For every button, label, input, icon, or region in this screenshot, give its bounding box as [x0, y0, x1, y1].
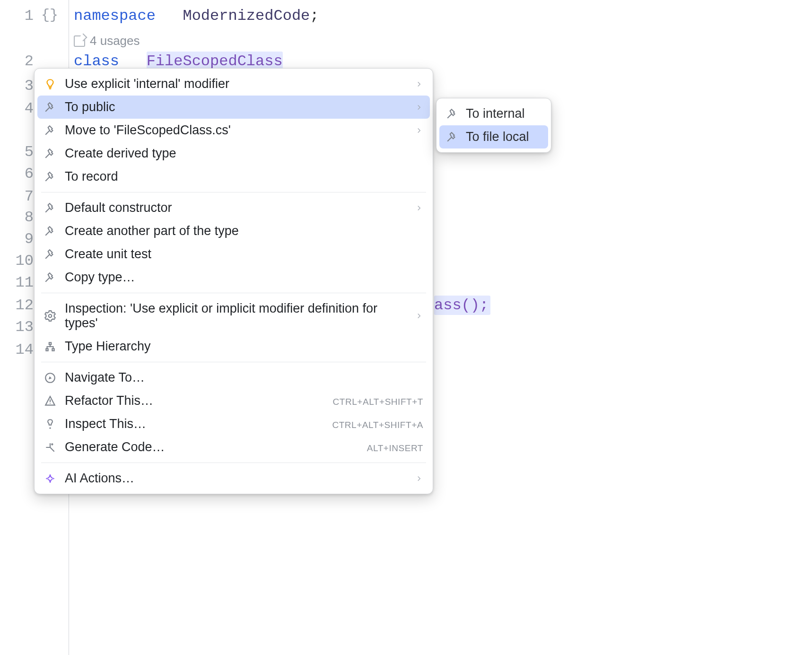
hammer-icon [446, 131, 458, 143]
chevron-right-icon [415, 474, 423, 483]
menu-item[interactable]: Inspection: 'Use explicit or implicit mo… [37, 297, 430, 335]
hammer-icon [44, 148, 56, 160]
menu-item-label: Refactor This… [65, 393, 324, 408]
hammer-icon [44, 271, 56, 284]
menu-item[interactable]: Copy type… [37, 266, 430, 289]
hierarchy-icon [44, 341, 56, 353]
submenu-item-icon [446, 131, 458, 143]
ai-icon [44, 472, 56, 485]
chevron-right-icon [415, 126, 423, 135]
gear-icon [44, 310, 56, 322]
menu-item[interactable]: Create another part of the type [37, 219, 430, 243]
menu-item-label: To record [65, 169, 423, 184]
usages-icon [74, 35, 85, 47]
menu-item[interactable]: Type Hierarchy [37, 335, 430, 358]
intention-popup[interactable]: Use explicit 'internal' modifierTo publi… [34, 68, 433, 494]
hammer-icon [44, 248, 56, 261]
namespace-name: ModernizedCode [183, 7, 310, 25]
code-line[interactable]: namespace ModernizedCode; [74, 2, 812, 31]
menu-item-icon [44, 248, 56, 261]
menu-item-label: Type Hierarchy [65, 339, 423, 354]
line-number: 1 [5, 2, 34, 31]
menu-item-icon [44, 271, 56, 284]
submenu-item-label: To internal [466, 106, 525, 121]
hammer-icon [44, 124, 56, 137]
menu-item-label: To public [65, 100, 406, 114]
menu-item[interactable]: AI Actions… [37, 467, 430, 490]
menu-item-icon [44, 124, 56, 137]
hammer-icon [44, 202, 56, 214]
menu-item-icon [44, 225, 56, 237]
menu-item[interactable]: Navigate To… [37, 366, 430, 389]
menu-item[interactable]: To record [37, 165, 430, 188]
menu-item-label: Move to 'FileScopedClass.cs' [65, 123, 406, 138]
menu-item-icon [44, 395, 56, 407]
submenu-item[interactable]: To internal [439, 102, 548, 125]
line-number: 14 [5, 336, 34, 365]
menu-item-label: Create unit test [65, 247, 423, 262]
menu-item-label: Create another part of the type [65, 224, 423, 238]
menu-item-shortcut: Ctrl+Alt+Shift+A [332, 417, 423, 431]
menu-item[interactable]: Create derived type [37, 142, 430, 165]
menu-item[interactable]: Inspect This…Ctrl+Alt+Shift+A [37, 412, 430, 436]
menu-item-label: AI Actions… [65, 471, 406, 486]
refactor-icon [44, 395, 56, 407]
fold-glyph-icon[interactable]: {} [41, 2, 58, 29]
semicolon: ; [310, 7, 319, 25]
menu-item[interactable]: Generate Code…Alt+Insert [37, 436, 430, 459]
menu-item-icon [44, 472, 56, 485]
intention-submenu[interactable]: To internalTo file local [436, 98, 551, 153]
menu-item-icon [44, 101, 56, 114]
menu-item-icon [44, 202, 56, 214]
submenu-item-icon [446, 108, 458, 120]
compass-icon [44, 372, 56, 384]
generate-icon [44, 441, 56, 454]
menu-item-label: Copy type… [65, 270, 423, 285]
menu-item[interactable]: Use explicit 'internal' modifier [37, 72, 430, 96]
hammer-icon [44, 171, 56, 183]
menu-item-icon [44, 310, 56, 322]
submenu-item-label: To file local [466, 130, 529, 144]
menu-item-shortcut: Ctrl+Alt+Shift+T [333, 393, 423, 408]
keyword-namespace: namespace [74, 7, 156, 25]
chevron-right-icon [415, 312, 423, 320]
menu-item-icon [44, 341, 56, 353]
code-line-fragment[interactable]: ass(); [434, 291, 812, 320]
menu-item-icon [44, 171, 56, 183]
hammer-icon [446, 108, 458, 120]
menu-item-label: Generate Code… [65, 440, 358, 454]
menu-item[interactable]: Create unit test [37, 243, 430, 266]
menu-item-label: Inspect This… [65, 417, 323, 431]
menu-item-shortcut: Alt+Insert [367, 440, 423, 454]
menu-item[interactable]: Refactor This…Ctrl+Alt+Shift+T [37, 389, 430, 412]
menu-item[interactable]: Default constructor [37, 196, 430, 219]
menu-item-icon [44, 418, 56, 430]
menu-item[interactable]: To public [37, 96, 430, 119]
menu-item-label: Default constructor [65, 201, 406, 215]
chevron-right-icon [415, 204, 423, 212]
menu-item-icon [44, 78, 56, 90]
menu-item-label: Inspection: 'Use explicit or implicit mo… [65, 301, 406, 331]
menu-item-label: Use explicit 'internal' modifier [65, 77, 406, 91]
menu-item-icon [44, 441, 56, 454]
menu-item-label: Navigate To… [65, 370, 423, 385]
menu-item[interactable]: Move to 'FileScopedClass.cs' [37, 119, 430, 142]
code-fragment: ass(); [434, 296, 490, 315]
menu-item-icon [44, 148, 56, 160]
hammer-icon [44, 225, 56, 237]
chevron-right-icon [415, 80, 423, 88]
inspect-icon [44, 418, 56, 430]
line-number: 4 [5, 95, 34, 123]
chevron-right-icon [415, 103, 423, 112]
menu-item-icon [44, 372, 56, 384]
submenu-item[interactable]: To file local [439, 125, 548, 148]
bulb-icon [44, 78, 56, 90]
menu-item-label: Create derived type [65, 146, 423, 161]
hammer-icon [44, 101, 56, 114]
